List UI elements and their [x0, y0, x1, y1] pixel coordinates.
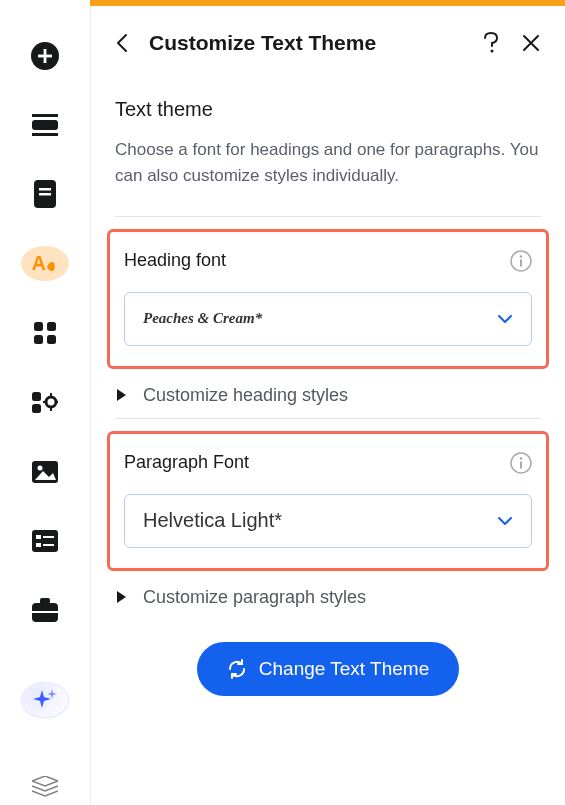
svg-rect-4: [32, 120, 58, 130]
triangle-right-icon: [115, 590, 127, 604]
close-button[interactable]: [521, 33, 541, 53]
briefcase-icon: [32, 598, 58, 622]
panel-header: Customize Text Theme: [91, 6, 565, 74]
section-description: Choose a font for headings and one for p…: [115, 137, 541, 190]
layers-icon: [32, 776, 58, 798]
svg-rect-17: [50, 393, 52, 396]
svg-point-31: [491, 50, 494, 53]
svg-rect-13: [47, 335, 56, 344]
sidebar-item-apps[interactable]: [21, 315, 69, 350]
sidebar-item-theme[interactable]: A: [21, 246, 69, 281]
svg-point-22: [38, 465, 43, 470]
back-button[interactable]: [109, 30, 135, 56]
svg-rect-37: [520, 461, 522, 468]
heading-info-button[interactable]: [510, 250, 532, 272]
svg-rect-24: [36, 535, 41, 539]
expand-paragraph-styles[interactable]: Customize paragraph styles: [115, 587, 541, 608]
svg-text:A: A: [32, 252, 46, 274]
chevron-down-icon: [497, 516, 513, 526]
close-icon: [522, 34, 540, 52]
paragraph-font-value: Helvetica Light*: [143, 509, 282, 532]
paragraph-font-label: Paragraph Font: [124, 452, 249, 473]
theme-icon: A: [30, 250, 60, 278]
paragraph-info-button[interactable]: [510, 452, 532, 474]
triangle-right-icon: [115, 388, 127, 402]
svg-rect-14: [32, 392, 41, 401]
paragraph-font-block: Paragraph Font Helvetica Light*: [107, 431, 549, 571]
sidebar-item-settings[interactable]: [21, 385, 69, 420]
panel-title: Customize Text Theme: [149, 31, 481, 55]
sidebar-item-business[interactable]: [21, 593, 69, 628]
info-icon: [510, 452, 532, 474]
page-icon: [34, 180, 56, 208]
svg-rect-10: [34, 322, 43, 331]
svg-rect-27: [43, 544, 54, 546]
sidebar-item-forms[interactable]: [21, 523, 69, 558]
cta-label: Change Text Theme: [259, 658, 429, 680]
plus-circle-icon: [30, 41, 60, 71]
heading-font-value: Peaches & Cream*: [143, 310, 262, 327]
sidebar-item-page[interactable]: [21, 177, 69, 212]
image-icon: [32, 461, 58, 483]
settings-icon: [32, 390, 58, 414]
svg-rect-2: [38, 54, 52, 57]
chevron-left-icon: [116, 33, 128, 53]
svg-rect-26: [36, 543, 41, 547]
svg-rect-20: [43, 401, 46, 403]
section-title: Text theme: [115, 98, 541, 121]
change-text-theme-button[interactable]: Change Text Theme: [197, 642, 459, 696]
sidebar: A: [0, 6, 90, 805]
sidebar-item-section[interactable]: [21, 107, 69, 142]
expand-heading-styles[interactable]: Customize heading styles: [115, 385, 541, 406]
svg-rect-12: [34, 335, 43, 344]
svg-rect-30: [32, 611, 58, 613]
heading-font-label: Heading font: [124, 250, 226, 271]
add-button[interactable]: [21, 38, 69, 73]
grid-icon: [34, 322, 56, 344]
svg-rect-15: [32, 404, 41, 413]
sidebar-item-media[interactable]: [21, 454, 69, 489]
question-icon: [484, 32, 498, 54]
section-icon: [32, 114, 58, 136]
refresh-icon: [227, 659, 247, 679]
sidebar-item-layers[interactable]: [21, 770, 69, 805]
svg-rect-23: [32, 530, 58, 552]
expand-paragraph-label: Customize paragraph styles: [143, 587, 366, 608]
svg-point-36: [520, 457, 523, 460]
heading-font-select[interactable]: Peaches & Cream*: [124, 292, 532, 346]
form-icon: [32, 530, 58, 552]
info-icon: [510, 250, 532, 272]
divider: [115, 216, 541, 217]
heading-font-block: Heading font Peaches & Cream*: [107, 229, 549, 369]
svg-rect-34: [520, 259, 522, 266]
svg-rect-8: [39, 193, 51, 196]
sparkle-icon: [32, 687, 58, 713]
svg-rect-18: [50, 408, 52, 411]
help-button[interactable]: [481, 33, 501, 53]
svg-rect-19: [56, 401, 58, 403]
divider: [115, 418, 541, 419]
ai-assistant-button[interactable]: [21, 682, 69, 718]
svg-rect-25: [43, 536, 54, 538]
paragraph-font-select[interactable]: Helvetica Light*: [124, 494, 532, 548]
expand-heading-label: Customize heading styles: [143, 385, 348, 406]
svg-rect-3: [32, 114, 58, 117]
chevron-down-icon: [497, 314, 513, 324]
svg-rect-7: [39, 188, 51, 191]
svg-rect-11: [47, 322, 56, 331]
svg-point-16: [46, 397, 56, 407]
svg-rect-5: [32, 133, 58, 136]
panel: Customize Text Theme Text theme Choose a…: [90, 6, 565, 805]
svg-point-33: [520, 255, 523, 258]
